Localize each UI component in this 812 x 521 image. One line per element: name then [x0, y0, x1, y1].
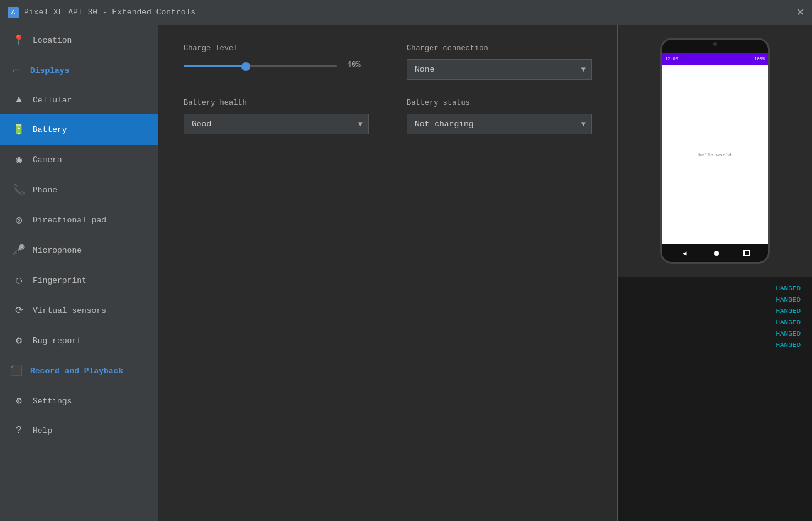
battery-health-wrapper: Good Failed Dead Overvoltage Overheated …	[184, 114, 369, 134]
sidebar-item-virtual-sensors[interactable]: ⟳Virtual sensors	[0, 295, 158, 326]
sidebar-item-label-battery: Battery	[33, 125, 67, 134]
slider-wrapper	[184, 59, 337, 70]
sidebar-item-fingerprint[interactable]: ◌Fingerprint	[0, 265, 158, 295]
virtual-sensors-icon: ⟳	[13, 304, 25, 317]
sidebar-item-label-camera: Camera	[33, 155, 62, 165]
sidebar-item-record-playback[interactable]: ⬛Record and Playback	[0, 356, 158, 386]
back-nav-button[interactable]: ◀	[681, 249, 689, 258]
fingerprint-icon: ◌	[13, 274, 25, 287]
sidebar-item-label-virtual-sensors: Virtual sensors	[33, 306, 106, 315]
sidebar-item-location[interactable]: 📍Location	[0, 25, 158, 55]
sidebar-item-phone[interactable]: 📞Phone	[0, 175, 158, 205]
battery-health-select[interactable]: Good Failed Dead Overvoltage Overheated …	[184, 114, 369, 134]
sidebar-item-bug-report[interactable]: ⚙Bug report	[0, 326, 158, 356]
help-icon: ?	[13, 425, 25, 436]
sidebar-item-label-fingerprint: Fingerprint	[33, 276, 87, 285]
charge-level-slider[interactable]	[184, 65, 337, 67]
camera-icon: ◉	[13, 153, 25, 166]
sidebar-item-camera[interactable]: ◉Camera	[0, 145, 158, 175]
home-nav-button[interactable]	[714, 251, 719, 256]
battery-status-wrapper: Not charging Charging Discharging Full U…	[407, 114, 592, 134]
sidebar-item-label-location: Location	[33, 36, 72, 45]
sidebar-item-label-phone: Phone	[33, 185, 57, 195]
sidebar-item-displays[interactable]: ▭Displays	[0, 55, 158, 85]
sidebar-item-help[interactable]: ?Help	[0, 416, 158, 445]
charger-connection-group: Charger connection None AC USB Wireless …	[407, 44, 592, 80]
log-line: HANGED	[624, 305, 806, 317]
close-button[interactable]: ✕	[796, 6, 804, 18]
log-line: HANGED	[624, 339, 806, 351]
sidebar-item-label-cellular: Cellular	[33, 96, 72, 105]
sidebar-item-label-bug-report: Bug report	[33, 336, 82, 346]
phone-nav-bar: ◀	[662, 244, 768, 262]
sidebar-item-cellular[interactable]: ▲Cellular	[0, 85, 158, 114]
sidebar-item-directional-pad[interactable]: ◎Directional pad	[0, 205, 158, 235]
phone-preview-area: 12:00 100% hello world ◀	[618, 25, 812, 277]
battery-section: Charge level 40% Charger connection None…	[184, 44, 592, 134]
recent-nav-button[interactable]	[743, 250, 750, 256]
window-title: Pixel XL API 30 - Extended Controls	[24, 8, 195, 17]
phone-time: 12:00	[665, 57, 678, 62]
sidebar: 📍Location▭Displays▲Cellular🔋Battery◉Came…	[0, 25, 158, 521]
settings-icon: ⚙	[13, 395, 25, 407]
app-icon: A	[8, 7, 19, 18]
battery-status-label: Battery status	[407, 99, 592, 107]
sidebar-item-settings[interactable]: ⚙Settings	[0, 386, 158, 416]
log-area: HANGEDHANGEDHANGEDHANGEDHANGEDHANGED	[618, 277, 812, 521]
title-bar-left: A Pixel XL API 30 - Extended Controls	[8, 7, 195, 18]
phone-battery-status: 100%	[754, 57, 765, 62]
phone-status-bar: 12:00 100%	[662, 53, 768, 65]
phone-screen-text: hello world	[698, 152, 732, 158]
sidebar-item-battery[interactable]: 🔋Battery	[0, 114, 158, 145]
bug-report-icon: ⚙	[13, 334, 25, 347]
sidebar-item-label-help: Help	[33, 426, 52, 436]
content-area: Charge level 40% Charger connection None…	[158, 25, 617, 521]
phone-icon: 📞	[13, 184, 25, 196]
sidebar-item-label-settings: Settings	[33, 397, 72, 406]
phone-camera	[713, 42, 717, 46]
charge-level-group: Charge level 40%	[184, 44, 369, 80]
battery-status-group: Battery status Not charging Charging Dis…	[407, 99, 592, 134]
title-bar: A Pixel XL API 30 - Extended Controls ✕	[0, 0, 812, 25]
charge-level-value: 40%	[347, 60, 369, 69]
location-icon: 📍	[13, 34, 25, 47]
log-line: HANGED	[624, 317, 806, 328]
battery-health-group: Battery health Good Failed Dead Overvolt…	[184, 99, 369, 134]
log-line: HANGED	[624, 328, 806, 339]
battery-health-label: Battery health	[184, 99, 369, 107]
log-line: HANGED	[624, 294, 806, 305]
battery-icon: 🔋	[13, 123, 25, 136]
sidebar-item-microphone[interactable]: 🎤Microphone	[0, 235, 158, 265]
charger-connection-label: Charger connection	[407, 44, 592, 53]
right-panel: 12:00 100% hello world ◀ HANGEDHANGEDHAN…	[617, 25, 812, 521]
phone-screen: hello world	[662, 65, 768, 244]
battery-status-select[interactable]: Not charging Charging Discharging Full U…	[407, 114, 592, 134]
cellular-icon: ▲	[13, 94, 25, 106]
record-playback-icon: ⬛	[10, 365, 23, 377]
sidebar-item-label-displays: Displays	[30, 66, 69, 75]
charger-connection-select[interactable]: None AC USB Wireless	[407, 59, 592, 80]
phone-frame: 12:00 100% hello world ◀	[660, 38, 770, 264]
sidebar-item-label-directional-pad: Directional pad	[33, 216, 106, 225]
charge-level-label: Charge level	[184, 44, 369, 53]
directional-pad-icon: ◎	[13, 214, 25, 226]
main-layout: 📍Location▭Displays▲Cellular🔋Battery◉Came…	[0, 25, 812, 521]
displays-icon: ▭	[10, 64, 23, 77]
sidebar-item-label-record-playback: Record and Playback	[30, 366, 123, 376]
slider-container: 40%	[184, 59, 369, 70]
microphone-icon: 🎤	[13, 244, 25, 256]
phone-top-bar	[662, 40, 768, 53]
charger-connection-wrapper: None AC USB Wireless ▼	[407, 59, 592, 80]
log-line: HANGED	[624, 283, 806, 294]
sidebar-item-label-microphone: Microphone	[33, 246, 82, 255]
